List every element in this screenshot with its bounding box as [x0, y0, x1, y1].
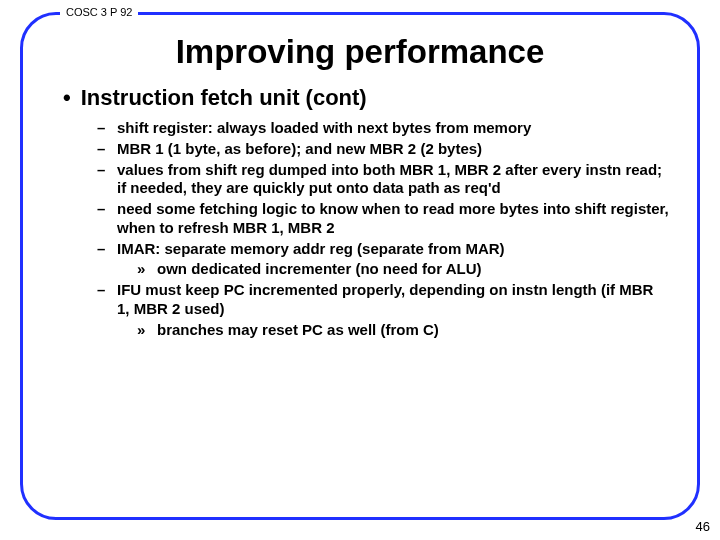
heading-level1: • Instruction fetch unit (cont) [63, 85, 669, 111]
bullet-level2: –IMAR: separate memory addr reg (separat… [97, 240, 669, 259]
bullet-dash: – [97, 240, 109, 259]
bullet-level2: –IFU must keep PC incremented properly, … [97, 281, 669, 319]
bullet-level2: –MBR 1 (1 byte, as before); and new MBR … [97, 140, 669, 159]
bullet-level3: »own dedicated incrementer (no need for … [137, 260, 669, 279]
bullet-text: values from shift reg dumped into both M… [117, 161, 669, 199]
bullet-text: IFU must keep PC incremented properly, d… [117, 281, 669, 319]
slide-content: • Instruction fetch unit (cont) –shift r… [23, 85, 697, 339]
course-label: COSC 3 P 92 [60, 6, 138, 18]
bullet-level2: –values from shift reg dumped into both … [97, 161, 669, 199]
slide-title: Improving performance [23, 15, 697, 85]
slide-frame: Improving performance • Instruction fetc… [20, 12, 700, 520]
bullet-level2: –shift register: always loaded with next… [97, 119, 669, 138]
bullet-dot: • [63, 85, 71, 111]
bullet-text: need some fetching logic to know when to… [117, 200, 669, 238]
bullet-level3: »branches may reset PC as well (from C) [137, 321, 669, 340]
bullet-text: branches may reset PC as well (from C) [157, 321, 439, 340]
bullet-dash: – [97, 200, 109, 238]
bullet-dash: – [97, 161, 109, 199]
bullet-text: MBR 1 (1 byte, as before); and new MBR 2… [117, 140, 482, 159]
bullet-raquo: » [137, 321, 149, 340]
bullet-level2: –need some fetching logic to know when t… [97, 200, 669, 238]
bullet-dash: – [97, 119, 109, 138]
bullet-list: –shift register: always loaded with next… [63, 119, 669, 339]
bullet-text: IMAR: separate memory addr reg (separate… [117, 240, 505, 259]
bullet-text: shift register: always loaded with next … [117, 119, 531, 138]
page-number: 46 [696, 519, 710, 534]
bullet-text: own dedicated incrementer (no need for A… [157, 260, 481, 279]
bullet-dash: – [97, 281, 109, 319]
bullet-raquo: » [137, 260, 149, 279]
heading-text: Instruction fetch unit (cont) [81, 85, 367, 111]
bullet-dash: – [97, 140, 109, 159]
